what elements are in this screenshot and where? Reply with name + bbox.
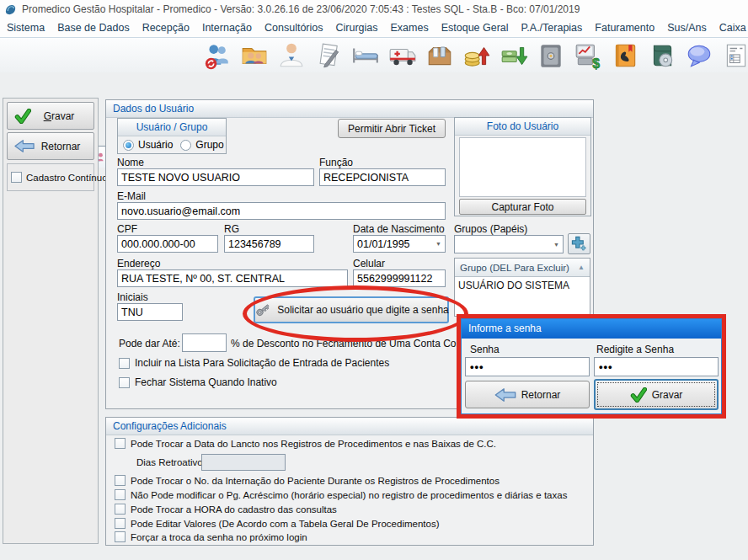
dialog-retornar-button[interactable]: Retornar: [465, 381, 590, 408]
nome-label: Nome: [117, 157, 144, 168]
add-group-button[interactable]: [568, 233, 590, 254]
menu-item-estoque-geral[interactable]: Estoque Geral: [441, 22, 509, 34]
medical-record-icon[interactable]: [312, 39, 345, 72]
configuracoes-adicionais-header: Configurações Adicionais: [106, 418, 593, 435]
dialog-gravar-label: Gravar: [652, 389, 683, 401]
grupo-list: Grupo (DEL Para Excluir) ▲ USUÁRIO DO SI…: [454, 258, 590, 317]
menu-item-faturamento[interactable]: Faturamento: [595, 22, 654, 34]
fechar-sistema-checkbox[interactable]: [119, 377, 130, 388]
solicitar-senha-label: Solicitar ao usuário que digite a senha: [277, 304, 448, 316]
iniciais-input[interactable]: [117, 303, 183, 321]
email-input[interactable]: [117, 202, 446, 220]
usuario-radio[interactable]: [123, 140, 134, 151]
menu-item-sus-ans[interactable]: Sus/Ans: [667, 22, 707, 34]
fechar-sistema-row: Fechar Sistema Quando Inativo: [119, 376, 277, 388]
permitir-abrir-ticket-button[interactable]: Permitir Abrir Ticket: [338, 119, 446, 138]
incluir-lista-label: Incluir na Lista Para Solicitação de Ent…: [135, 357, 389, 369]
menu-item-internacao[interactable]: Internação: [202, 22, 252, 34]
solicitar-senha-button[interactable]: Solicitar ao usuário que digite a senha: [254, 296, 449, 323]
incluir-lista-row: Incluir na Lista Para Solicitação de Ent…: [119, 357, 389, 369]
incluir-lista-checkbox[interactable]: [119, 358, 130, 369]
expense-down-icon[interactable]: [497, 39, 531, 72]
funcao-label: Função: [319, 157, 353, 168]
forcar-troca-senha-label: Forçar a troca da senha no próximo login: [131, 532, 307, 542]
menu-item-base-de-dados[interactable]: Base de Dados: [57, 22, 129, 34]
dias-retroativos-input[interactable]: [201, 454, 286, 471]
nome-input[interactable]: [117, 168, 314, 186]
patients-folder-icon[interactable]: [238, 39, 271, 72]
editar-valores-checkbox[interactable]: [115, 518, 126, 529]
informe-senha-dialog: Informe a senha Senha Redigite a Senha R…: [461, 318, 722, 414]
grupos-label: Grupos (Papéis): [454, 223, 527, 235]
informe-senha-title: Informe a senha: [462, 319, 721, 339]
trocar-no-internacao-checkbox[interactable]: [115, 475, 126, 486]
grupo-list-header[interactable]: Grupo (DEL Para Excluir) ▲: [455, 259, 590, 277]
dialog-gravar-button[interactable]: Gravar: [594, 379, 719, 410]
menu-item-exames[interactable]: Exames: [391, 22, 429, 34]
ambulance-icon[interactable]: [386, 39, 419, 72]
menu-item-consultorios[interactable]: Consultórios: [264, 22, 323, 34]
revenue-up-icon[interactable]: [460, 39, 494, 72]
usuario-grupo-box: Usuário / Grupo Usuário Grupo: [117, 118, 227, 154]
window-title: Promedico Gestão Hospitalar - Promedico …: [22, 3, 580, 15]
report-form-icon[interactable]: [719, 39, 748, 72]
trocar-hora-label: Pode Trocar a HORA do cadastro das consu…: [131, 504, 337, 515]
grupo-list-row[interactable]: USUÁRIO DO SISTEMA: [455, 277, 590, 294]
grupo-radio[interactable]: [180, 140, 191, 151]
phone-book-icon[interactable]: [608, 39, 642, 72]
grupos-combo[interactable]: ▼: [454, 235, 564, 253]
manual-cd-icon[interactable]: [645, 39, 679, 72]
trocar-data-lancto-checkbox[interactable]: [115, 438, 126, 449]
title-bar: Promedico Gestão Hospitalar - Promedico …: [0, 0, 748, 19]
dados-usuario-header: Dados do Usuário: [106, 100, 593, 118]
sort-asc-icon: ▲: [578, 264, 585, 271]
menu-item-cirurgias[interactable]: Cirurgias: [336, 22, 378, 34]
menu-item-caixa[interactable]: Caixa: [719, 22, 746, 34]
billing-terminal-icon[interactable]: $: [571, 39, 605, 72]
safe-icon[interactable]: [534, 39, 568, 72]
doctor-icon[interactable]: [275, 39, 308, 72]
key-icon: [254, 301, 272, 319]
tab-strip: Bem Vindo ✕ Usuários ✕: [0, 72, 748, 95]
desconto-input[interactable]: [182, 333, 227, 352]
nao-modificar-pg-label: Não Pode modificar o Pg. Acréscimo (horá…: [131, 490, 567, 500]
svg-text:$: $: [592, 56, 600, 69]
grupo-radio-label: Grupo: [195, 139, 223, 151]
trocar-data-lancto-label: Pode Trocar a Data do Lancto nos Registr…: [131, 439, 496, 449]
forcar-troca-senha-checkbox[interactable]: [115, 531, 126, 542]
nao-modificar-pg-checkbox[interactable]: [115, 489, 126, 500]
chat-icon[interactable]: [682, 39, 716, 72]
hospital-bed-icon[interactable]: [349, 39, 382, 72]
senha-input[interactable]: [465, 357, 590, 376]
nascimento-label: Data de Nascimento: [353, 223, 445, 235]
endereco-input[interactable]: [117, 269, 348, 287]
rg-input[interactable]: [224, 235, 314, 253]
endereco-label: Endereço: [117, 258, 160, 269]
capturar-foto-button[interactable]: Capturar Foto: [459, 199, 586, 215]
celular-input[interactable]: [353, 269, 446, 287]
retornar-button-label: Retornar: [35, 141, 87, 152]
redigite-senha-input[interactable]: [594, 357, 719, 376]
menu-item-recepcao[interactable]: Recepção: [142, 22, 190, 34]
menu-item-pa-terapias[interactable]: P.A./Terapias: [521, 22, 583, 34]
cadastro-continuo-row: Cadastro Contínuo: [7, 163, 94, 191]
foto-usuario-box: Foto do Usuário Capturar Foto: [454, 117, 591, 216]
funcao-input[interactable]: [319, 168, 446, 186]
cadastro-continuo-checkbox[interactable]: [11, 172, 22, 183]
patients-sync-icon[interactable]: [200, 39, 234, 72]
fechar-sistema-label: Fechar Sistema Quando Inativo: [135, 376, 277, 388]
nascimento-combo[interactable]: 01/01/1995 ▼: [353, 235, 446, 253]
configuracoes-adicionais-panel: Configurações Adicionais Pode Trocar a D…: [105, 417, 594, 546]
cpf-label: CPF: [117, 223, 137, 235]
cpf-input[interactable]: [117, 235, 218, 253]
email-label: E-Mail: [117, 190, 146, 202]
gravar-button[interactable]: Gravar: [7, 102, 94, 130]
config-row-6: Forçar a troca da senha no próximo login: [115, 531, 307, 542]
usuario-radio-label: Usuário: [138, 139, 173, 151]
arrow-left-icon: [14, 139, 35, 153]
retornar-button[interactable]: Retornar: [7, 132, 94, 160]
trocar-hora-checkbox[interactable]: [115, 504, 126, 515]
menu-item-sistema[interactable]: Sistema: [7, 22, 45, 34]
stock-box-icon[interactable]: [423, 39, 457, 72]
redigite-senha-label: Redigite a Senha: [596, 344, 674, 355]
